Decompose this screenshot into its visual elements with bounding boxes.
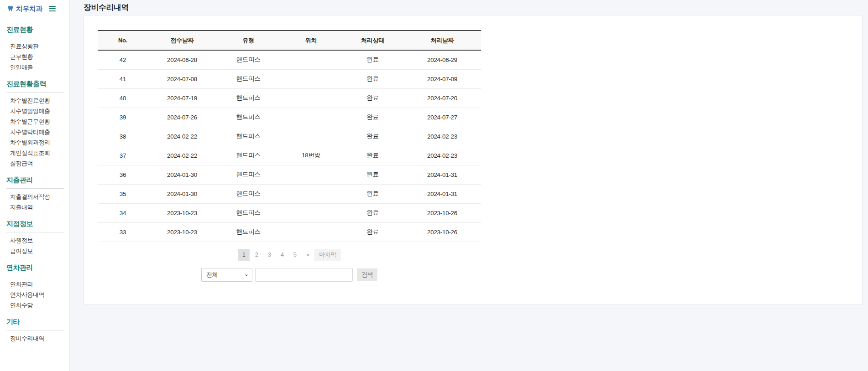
table-cell: 핸드피스 — [216, 127, 280, 146]
page-button-1[interactable]: 1 — [238, 249, 250, 261]
sidebar-section: 지출관리지출결의서작성지출내역 — [6, 171, 69, 212]
sidebar-section: 지점정보사원정보급여정보 — [6, 215, 69, 256]
filter-select[interactable]: 전체 ⌄ — [201, 268, 252, 282]
table-cell: 2024-07-19 — [148, 88, 216, 108]
table-cell: 완료 — [342, 50, 403, 69]
table-cell: 2024-02-23 — [403, 146, 481, 165]
table-row[interactable]: 332023-10-23핸드피스완료2023-10-26 — [98, 222, 481, 242]
sidebar-item[interactable]: 연차관리 — [6, 279, 69, 289]
table-cell — [280, 165, 342, 184]
table-cell: 2023-10-23 — [148, 222, 216, 242]
page-button-5[interactable]: 5 — [289, 249, 301, 261]
page-button-4[interactable]: 4 — [276, 249, 288, 261]
sidebar-item[interactable]: 일일매출 — [6, 62, 69, 72]
sidebar-item[interactable]: 연차수당 — [6, 300, 69, 310]
search-button[interactable]: 검색 — [357, 268, 377, 281]
section-divider — [6, 38, 64, 38]
section-divider — [6, 232, 64, 232]
page-last-button[interactable]: 마지막 — [314, 249, 341, 261]
table-header: No.접수날짜유형위치처리상태처리날짜 — [98, 31, 481, 50]
sidebar-item[interactable]: 진료상황판 — [6, 41, 69, 52]
sidebar-item[interactable]: 사원정보 — [6, 235, 69, 246]
table-row[interactable]: 382024-02-22핸드피스완료2024-02-23 — [98, 127, 481, 146]
table-cell: 핸드피스 — [216, 184, 280, 203]
table-cell: 2024-01-30 — [148, 184, 216, 203]
table-wrap: No.접수날짜유형위치처리상태처리날짜 422024-06-28핸드피스완료20… — [98, 30, 481, 282]
table-row[interactable]: 422024-06-28핸드피스완료2024-06-29 — [98, 50, 481, 69]
table-cell — [280, 184, 342, 203]
table-cell: 2024-01-31 — [403, 184, 481, 203]
table-cell: 2024-02-22 — [148, 146, 216, 165]
table-cell: 핸드피스 — [216, 203, 280, 222]
sidebar-section: 진료현황출력차수별진료현황차수별일일매출차수별근무현황차수별닥터매출차수별외과정… — [6, 75, 69, 169]
sidebar-item[interactable]: 근무현황 — [6, 52, 69, 62]
table-row[interactable]: 352024-01-30핸드피스완료2024-01-31 — [98, 184, 481, 203]
table-column-header: 처리상태 — [342, 31, 403, 50]
table-cell — [280, 203, 342, 222]
table-cell: 2023-10-26 — [403, 203, 481, 222]
page-button-3[interactable]: 3 — [263, 249, 275, 261]
sidebar-item[interactable]: 지출결의서작성 — [6, 191, 69, 202]
tooth-icon — [6, 5, 15, 13]
sidebar-item[interactable]: 차수별근무현황 — [6, 116, 69, 127]
table-row[interactable]: 402024-07-19핸드피스완료2024-07-20 — [98, 88, 481, 108]
brand-name: 치우치과 — [16, 5, 42, 13]
table-cell: 38 — [98, 127, 148, 146]
page-button-2[interactable]: 2 — [251, 249, 262, 261]
sidebar-item[interactable]: 실장급여 — [6, 158, 69, 169]
table-cell: 완료 — [342, 184, 403, 203]
table-row[interactable]: 342023-10-23핸드피스완료2023-10-26 — [98, 203, 481, 222]
table-cell: 41 — [98, 69, 148, 88]
sidebar-section: 연차관리연차관리연차사용내역연차수당 — [6, 259, 69, 310]
sidebar-item[interactable]: 지출내역 — [6, 202, 69, 212]
table-row[interactable]: 392024-07-26핸드피스완료2024-07-27 — [98, 108, 481, 127]
sidebar-item[interactable]: 차수별닥터매출 — [6, 127, 69, 137]
content-card: No.접수날짜유형위치처리상태처리날짜 422024-06-28핸드피스완료20… — [84, 15, 863, 305]
table-cell: 40 — [98, 88, 148, 108]
table-cell: 2024-06-29 — [403, 50, 481, 69]
brand-row: 치우치과 — [6, 3, 69, 15]
table-cell: 35 — [98, 184, 148, 203]
table-row[interactable]: 362024-01-30핸드피스완료2024-01-31 — [98, 165, 481, 184]
sidebar-item[interactable]: 차수별외과정리 — [6, 137, 69, 148]
sidebar-item[interactable]: 급여정보 — [6, 246, 69, 256]
table-cell: 완료 — [342, 146, 403, 165]
page-title: 장비수리내역 — [84, 0, 863, 15]
table-cell: 핸드피스 — [216, 108, 280, 127]
table-cell: 2024-02-23 — [403, 127, 481, 146]
table-cell: 핸드피스 — [216, 222, 280, 242]
table-cell: 핸드피스 — [216, 88, 280, 108]
table-cell — [280, 127, 342, 146]
table-cell — [280, 222, 342, 242]
hamburger-icon[interactable] — [48, 5, 57, 13]
sidebar-section-title: 지출관리 — [6, 171, 69, 188]
search-input[interactable] — [255, 268, 353, 282]
table-row[interactable]: 372024-02-22핸드피스18번방완료2024-02-23 — [98, 146, 481, 165]
chevron-down-icon: ⌄ — [244, 271, 248, 277]
pagination: 12345»마지막 — [98, 249, 481, 261]
sidebar-item[interactable]: 차수별일일매출 — [6, 106, 69, 116]
section-divider — [6, 276, 64, 276]
sidebar-section-title: 지점정보 — [6, 215, 69, 232]
brand-logo[interactable]: 치우치과 — [6, 5, 42, 13]
sidebar-item[interactable]: 차수별진료현황 — [6, 95, 69, 106]
table-column-header: 처리날짜 — [403, 31, 481, 50]
table-cell: 42 — [98, 50, 148, 69]
sidebar-section-title: 진료현황출력 — [6, 75, 69, 92]
sidebar-item[interactable]: 연차사용내역 — [6, 289, 69, 300]
table-cell — [280, 88, 342, 108]
table-row[interactable]: 412024-07-08핸드피스완료2024-07-09 — [98, 69, 481, 88]
table-cell — [280, 50, 342, 69]
table-cell: 2024-07-27 — [403, 108, 481, 127]
sidebar-item[interactable]: 장비수리내역 — [6, 333, 69, 344]
page-next-button[interactable]: » — [302, 249, 314, 261]
sidebar-section: 기타장비수리내역 — [6, 313, 69, 344]
section-divider — [6, 188, 64, 189]
table-cell: 완료 — [342, 108, 403, 127]
table-cell: 2023-10-23 — [148, 203, 216, 222]
sidebar: 치우치과 진료현황진료상황판근무현황일일매출진료현황출력차수별진료현황차수별일일… — [0, 0, 70, 371]
sidebar-item[interactable]: 개인실적표조회 — [6, 148, 69, 158]
table-column-header: 유형 — [216, 31, 280, 50]
search-row: 전체 ⌄ 검색 — [98, 268, 481, 282]
table-cell: 2024-01-30 — [148, 165, 216, 184]
